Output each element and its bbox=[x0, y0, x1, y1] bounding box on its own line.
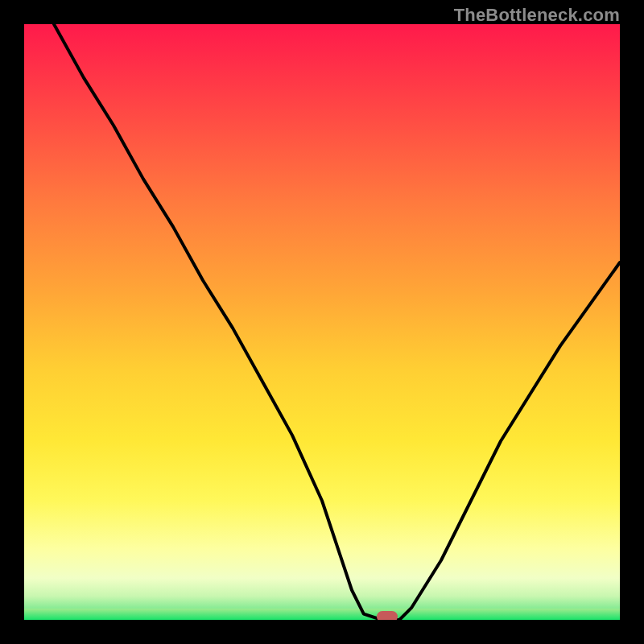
bottleneck-curve bbox=[24, 24, 620, 620]
plot-area bbox=[24, 24, 620, 620]
attribution-text: TheBottleneck.com bbox=[454, 5, 620, 26]
optimal-marker bbox=[377, 611, 398, 620]
chart-frame: TheBottleneck.com bbox=[0, 0, 644, 644]
